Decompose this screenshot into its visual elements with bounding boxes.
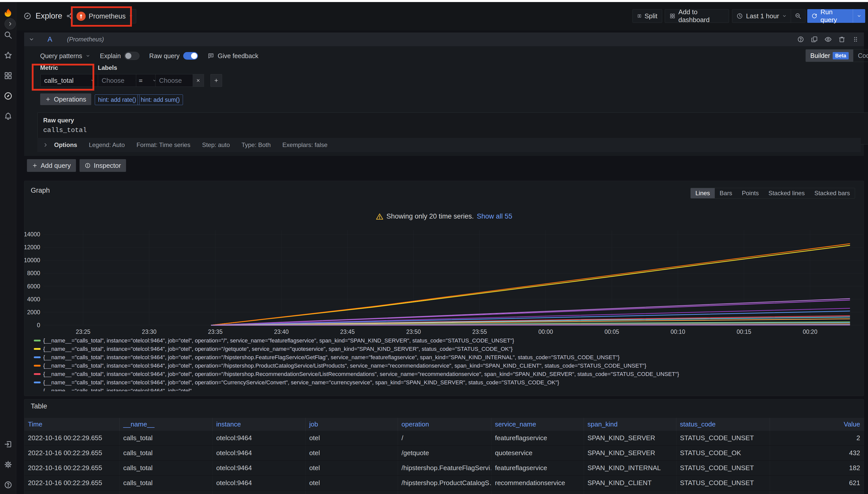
time-picker-group: Last 1 hour <box>732 9 806 23</box>
search-icon[interactable] <box>3 31 13 40</box>
legend-series-label: {__name__="calls_total", instance="otelc… <box>43 371 679 378</box>
metric-field-label: Metric <box>40 64 58 71</box>
table-cell: /hipstershop.ProductCatalogS… <box>398 476 491 490</box>
alerting-bell-icon[interactable] <box>3 112 13 121</box>
split-button[interactable]: Split <box>632 9 662 23</box>
table-cell: recommendationservice <box>491 491 584 494</box>
graph-mode-lines[interactable]: Lines <box>691 188 715 198</box>
x-axis-tick: 23:55 <box>472 328 487 335</box>
metric-select[interactable]: calls_total <box>40 74 99 87</box>
time-range-picker[interactable]: Last 1 hour <box>732 10 791 23</box>
legend-item[interactable]: {__name__="calls_total", instance="otelc… <box>30 353 861 361</box>
legend-item[interactable]: {__name__="calls_total", instance="otelc… <box>30 336 861 345</box>
grafana-logo[interactable] <box>2 7 14 19</box>
column-header-operation[interactable]: operation <box>398 418 491 431</box>
column-header-spankind[interactable]: span_kind <box>584 418 676 431</box>
query-row-header[interactable]: A (Prometheus) <box>24 33 864 46</box>
operations-button[interactable]: Operations <box>40 93 91 105</box>
zoom-out-button[interactable] <box>791 10 805 23</box>
explain-toggle[interactable] <box>124 52 140 60</box>
graph-mode-points[interactable]: Points <box>737 188 763 198</box>
add-to-dashboard-button[interactable]: Add to dashboard <box>665 9 729 23</box>
query-patterns-dropdown[interactable]: Query patterns <box>40 52 90 60</box>
page-title: Explore <box>36 12 62 21</box>
datasource-name: Prometheus <box>89 13 126 20</box>
table-cell: otel <box>305 431 398 445</box>
table-cell: STATUS_CODE_OK <box>676 446 770 460</box>
raw-query-toggle[interactable] <box>183 52 198 60</box>
raw-query-toggle-label: Raw query <box>149 52 180 60</box>
remove-label-button[interactable] <box>193 74 204 87</box>
table-cell: 621 <box>770 476 864 490</box>
inspector-button[interactable]: Inspector <box>79 159 126 172</box>
settings-gear-icon[interactable] <box>3 460 13 469</box>
add-label-button[interactable] <box>211 74 222 87</box>
options-format: Format: Time series <box>137 141 190 149</box>
y-axis-tick: 12000 <box>24 244 40 250</box>
chevron-down-icon <box>86 54 90 58</box>
column-header-instance[interactable]: instance <box>213 418 305 431</box>
collapse-chevron-icon[interactable] <box>29 37 34 42</box>
legend-series-color <box>34 373 41 375</box>
split-icon <box>637 13 641 19</box>
table-cell: calls_total <box>120 431 213 445</box>
table-cell: 2 <box>770 431 864 445</box>
hide-response-eye-icon[interactable] <box>824 36 832 43</box>
column-header-Time[interactable]: Time <box>24 418 120 431</box>
label-value-placeholder: Choose <box>159 77 182 84</box>
column-header-servicename[interactable]: service_name <box>491 418 584 431</box>
legend-item[interactable]: {__name__="calls_total", instance="otelc… <box>30 345 861 353</box>
run-query-dropdown[interactable] <box>853 9 865 23</box>
y-axis-tick: 14000 <box>24 231 40 238</box>
y-axis-tick: 10000 <box>24 257 40 264</box>
duplicate-query-icon[interactable] <box>811 36 818 43</box>
graph-mode-stacked-lines[interactable]: Stacked lines <box>763 188 810 198</box>
help-icon[interactable] <box>3 480 13 490</box>
dashboards-icon[interactable] <box>3 71 13 80</box>
column-header-job[interactable]: job <box>305 418 398 431</box>
legend-item[interactable]: {__name__="calls_total", instance="otelc… <box>30 361 861 370</box>
give-feedback-link[interactable]: Give feedback <box>207 52 258 60</box>
graph-mode-stacked-bars[interactable]: Stacked bars <box>810 188 855 198</box>
time-series-chart[interactable]: 0200040006000800010000120001400023:2523:… <box>24 226 864 338</box>
datasource-picker[interactable]: Prometheus <box>73 9 136 23</box>
legend-series-label: {__name__="calls_total", instance="otelc… <box>43 346 512 353</box>
show-all-series-link[interactable]: Show all 55 <box>477 212 512 220</box>
query-options-row[interactable]: Options Legend: Auto Format: Time series… <box>37 138 861 152</box>
explore-compass-icon[interactable] <box>3 91 13 100</box>
options-exemplars: Exemplars: false <box>282 141 327 149</box>
builder-mode-tab[interactable]: Builder Beta <box>806 50 853 62</box>
table-cell: SPAN_KIND_CLIENT <box>584 476 676 490</box>
query-help-icon[interactable] <box>797 36 804 43</box>
legend-item: {__name__="calls_total", instance="otelc… <box>30 387 861 391</box>
table-cell: 2022-10-16 00:22:29.655 <box>24 491 120 494</box>
sidebar-expand-button[interactable] <box>4 18 16 30</box>
table-cell: SPAN_KIND_INTERNAL <box>584 461 676 475</box>
builder-label: Builder <box>810 52 830 59</box>
hint-add-rate-button[interactable]: hint: add rate() <box>95 94 140 105</box>
run-query-button[interactable]: Run query <box>807 9 865 23</box>
sidebar <box>0 2 16 494</box>
legend-series-color <box>34 365 41 366</box>
options-type: Type: Both <box>242 141 271 149</box>
column-header-Value[interactable]: Value <box>770 418 864 431</box>
graph-mode-bars[interactable]: Bars <box>715 188 737 198</box>
table-cell: 2022-10-16 00:22:29.655 <box>24 431 120 445</box>
code-mode-tab[interactable]: Code <box>853 50 868 62</box>
add-to-dashboard-label: Add to dashboard <box>679 8 724 24</box>
column-header-statuscode[interactable]: status_code <box>676 418 770 431</box>
star-icon[interactable] <box>3 51 13 60</box>
drag-handle-icon[interactable] <box>852 36 860 43</box>
add-query-button[interactable]: Add query <box>27 159 76 172</box>
legend-item[interactable]: {__name__="calls_total", instance="otelc… <box>30 370 861 378</box>
table-cell: STATUS_CODE_UNSET <box>676 431 770 445</box>
sign-in-icon[interactable] <box>3 440 13 449</box>
column-header-name[interactable]: __name__ <box>120 418 213 431</box>
table-cell: 2022-10-16 00:22:29.655 <box>24 476 120 490</box>
hint-add-sum-button[interactable]: hint: add sum() <box>138 94 183 105</box>
remove-query-trash-icon[interactable] <box>838 36 846 43</box>
legend-item[interactable]: {__name__="calls_total", instance="otelc… <box>30 378 861 387</box>
sidebar-top-icons <box>0 31 16 121</box>
share-icon[interactable] <box>66 13 73 20</box>
table-body: 2022-10-16 00:22:29.655calls_totalotelco… <box>24 431 864 494</box>
